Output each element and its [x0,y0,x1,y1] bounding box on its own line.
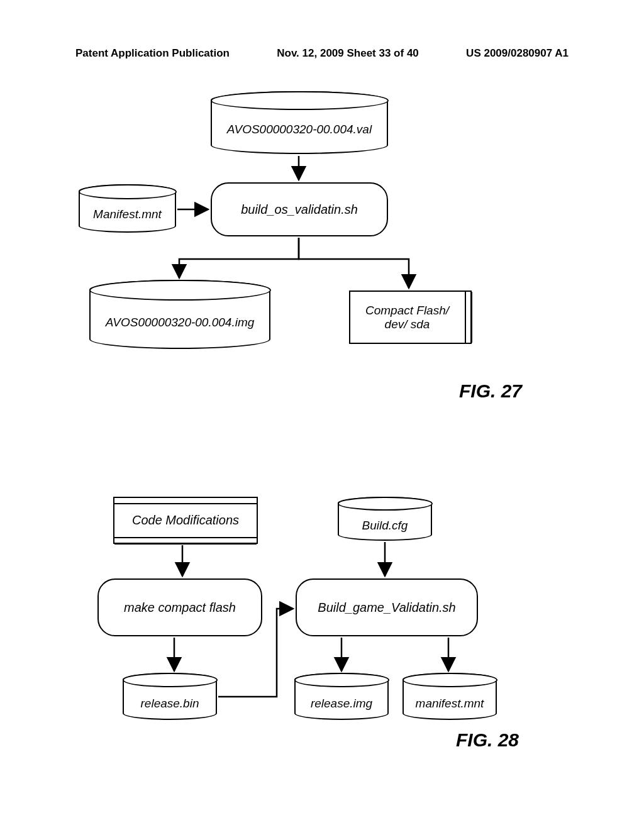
fig28-manifest-label: manifest.mnt [404,697,496,711]
fig27-label: FIG. 27 [459,380,522,402]
fig27-input-val-label: AVOS00000320-00.004.val [212,123,387,136]
fig27-compact-flash-line1: Compact Flash/ [365,304,449,318]
fig28-release-bin-cylinder: release.bin [123,673,217,720]
fig27-compact-flash-line2: dev/ sda [385,318,430,331]
fig27-build-os-label: build_os_validatin.sh [241,202,358,217]
fig28-build-game-label: Build_game_Validatin.sh [318,600,455,615]
fig28-label: FIG. 28 [456,729,519,751]
fig28-manifest-cylinder: manifest.mnt [402,673,497,720]
fig28-build-cfg-label: Build.cfg [339,519,431,533]
fig27-manifest-cylinder: Manifest.mnt [79,184,176,233]
fig28-release-img-cylinder: release.img [294,673,389,720]
header-left: Patent Application Publication [75,47,230,60]
fig28-build-game-process: Build_game_Validatin.sh [296,578,478,636]
fig27-compact-flash-card: Compact Flash/ dev/ sda [349,290,472,344]
fig28-build-cfg-cylinder: Build.cfg [338,497,432,541]
fig27-input-val-cylinder: AVOS00000320-00.004.val [211,91,388,154]
fig28-code-mods-label: Code Modifications [132,513,239,528]
fig28-make-cf-label: make compact flash [124,600,236,615]
fig27-output-img-cylinder: AVOS00000320-00.004.img [89,280,270,349]
fig28-code-mods-card: Code Modifications [113,497,258,544]
fig27-output-img-label: AVOS00000320-00.004.img [91,316,269,329]
fig27-build-os-process: build_os_validatin.sh [211,182,388,236]
fig28-release-img-label: release.img [296,697,387,711]
header-mid: Nov. 12, 2009 Sheet 33 of 40 [277,47,419,60]
fig28-release-bin-label: release.bin [124,697,216,711]
header-right: US 2009/0280907 A1 [466,47,569,60]
fig27-manifest-label: Manifest.mnt [80,208,175,221]
fig28-make-cf-process: make compact flash [97,578,262,636]
